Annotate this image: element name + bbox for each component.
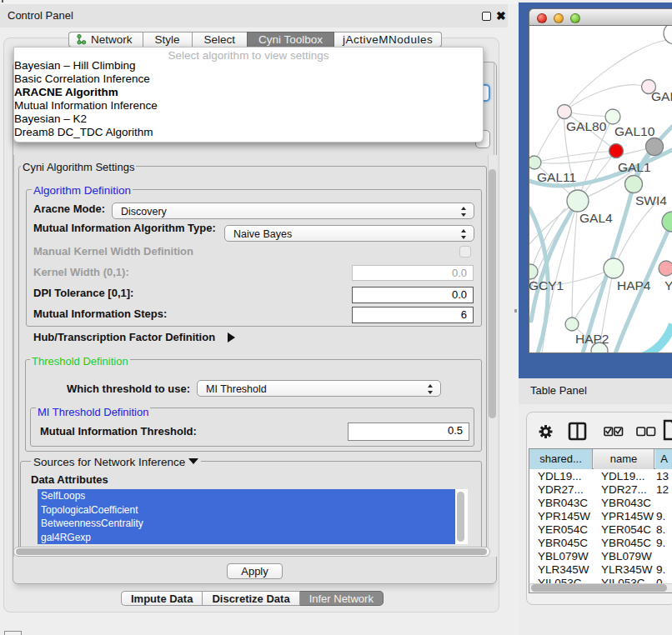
svg-text:HAP4: HAP4: [617, 278, 651, 292]
svg-text:GAL10: GAL10: [614, 124, 655, 138]
svg-text:GAL1: GAL1: [618, 160, 651, 174]
svg-text:GAL4: GAL4: [579, 211, 613, 225]
svg-text:HAP2: HAP2: [575, 332, 609, 346]
svg-text:SWI4: SWI4: [635, 193, 667, 208]
svg-text:GAL7: GAL7: [651, 89, 672, 103]
svg-text:GAL11: GAL11: [537, 170, 576, 184]
svg-text:GAL80: GAL80: [566, 119, 607, 133]
svg-text:Y: Y: [664, 278, 672, 292]
svg-text:GCY1: GCY1: [529, 278, 564, 292]
